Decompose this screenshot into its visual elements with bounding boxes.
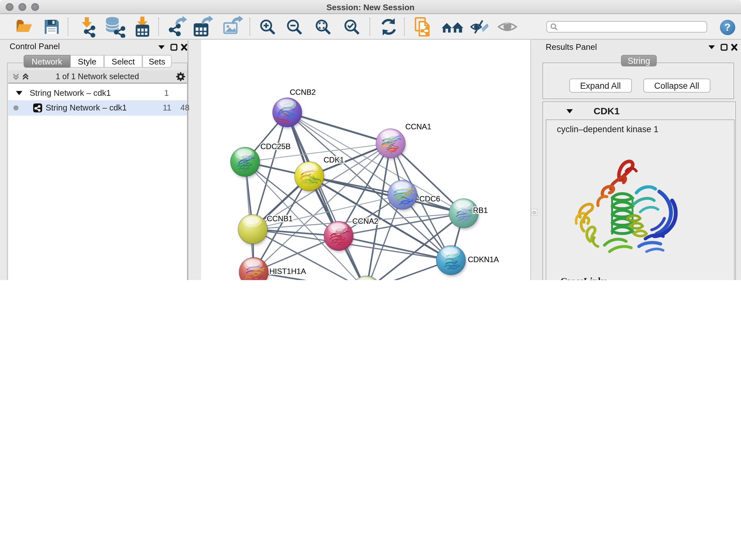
svg-text:CCNB2: CCNB2 [290,88,316,97]
svg-text:CCNB1: CCNB1 [267,214,293,223]
svg-text:CDC25B: CDC25B [260,142,291,151]
svg-text:CCNA1: CCNA1 [405,122,431,131]
svg-text:HIST1H1A: HIST1H1A [269,267,306,275]
svg-text:CDC6: CDC6 [419,194,440,203]
svg-text:RB1: RB1 [473,206,488,214]
svg-text:CDK1: CDK1 [324,155,344,164]
svg-text:CDKN1A: CDKN1A [468,255,499,264]
svg-text:CCNA2: CCNA2 [352,217,378,226]
